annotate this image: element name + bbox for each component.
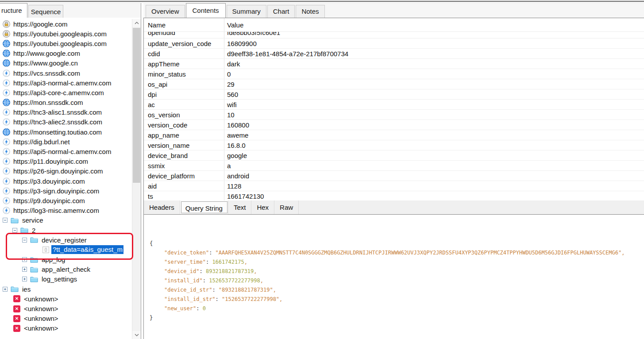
tree-item-domain[interactable]: https://api3-core-c.amemv.com [0,88,132,97]
table-row[interactable]: version_name16.8.0 [144,140,644,150]
tree-item-unknown[interactable]: <unknown> [0,294,132,304]
tab-structure[interactable]: ructure [0,3,27,18]
param-name: os_api [148,81,167,88]
tab-hex[interactable]: Hex [251,200,274,214]
tree-item-domain[interactable]: https://p9.douyinpic.com [0,196,132,205]
expand-icon[interactable] [3,287,8,292]
table-row[interactable]: os_version10 [144,110,644,120]
folder-icon [30,237,38,243]
tree-item-domain[interactable]: http://www.google.com [0,49,132,58]
param-name: ssmix [148,162,165,170]
table-row[interactable]: device_platformandroid [144,171,644,181]
table-row[interactable]: os_api29 [144,79,644,89]
globe-icon [3,128,10,136]
tab-raw[interactable]: Raw [274,200,299,214]
table-row[interactable]: aid1128 [144,181,644,191]
tree-item-domain[interactable]: https://monsetting.toutiao.com [0,127,132,137]
table-row[interactable]: ts1661742130 [144,191,644,200]
tree-item-domain[interactable]: https://log3-misc.amemv.com [0,206,132,216]
scroll-down-button[interactable] [132,331,141,339]
tree-item-domain[interactable]: https://api5-normal-c.amemv.com [0,146,132,156]
table-row[interactable]: minor_status0 [144,69,644,79]
collapse-icon[interactable] [3,218,8,223]
table-row[interactable]: version_code160800 [144,120,644,130]
tab-summary[interactable]: Summary [227,5,266,18]
tree-folder-device-register[interactable]: device_register [0,235,132,245]
bolt-icon [3,177,10,185]
tab-notes[interactable]: Notes [296,5,324,18]
tree-item-domain[interactable]: https://api3-normal-c.amemv.com [0,78,132,88]
table-row[interactable]: app_nameaweme [144,130,644,140]
tree-item-domain[interactable]: https://www.google.cn [0,58,132,68]
scroll-up-button[interactable] [132,19,141,27]
tree-folder-app-alert-check[interactable]: app_alert_check [0,265,132,274]
tree-item-domain[interactable]: https://p11.douyinpic.com [0,157,132,166]
lock-icon [3,30,10,38]
collapse-icon[interactable] [22,238,27,243]
tree-item-domain[interactable]: https://p3.douyinpic.com [0,176,132,186]
tree-item-request-selected[interactable]: ?tt_data=a&is_guest_m [0,245,132,254]
tree-item-domain[interactable]: https://tnc3-aliec2.snssdk.com [0,117,132,127]
tree-folder-label: service [22,216,43,224]
scrollbar-thumb[interactable] [133,28,140,183]
json-token: , [621,250,625,256]
tree-item-unknown[interactable]: <unknown> [0,304,132,313]
tree-item-unknown[interactable]: <unknown> [0,314,132,324]
tree-item-domain[interactable]: https://dig.bdurl.net [0,137,132,146]
tree-folder-ies[interactable]: ies [0,284,132,294]
column-header-name[interactable]: Name [148,21,166,29]
table-row[interactable]: ssmixa [144,161,644,171]
tree-item-label: <unknown> [24,295,58,303]
expand-icon[interactable] [22,267,27,272]
tree-folder-app-log[interactable]: app_log [0,255,132,265]
tab-headers[interactable]: Headers [144,200,180,214]
tree-item-domain[interactable]: https://p3-sign.douyinpic.com [0,186,132,196]
detail-tab-bar: OverviewContentsSummaryChartNotes [143,3,644,18]
tab-text[interactable]: Text [228,200,252,214]
params-table: Name Value openudid fde8bb03f5fc60e1 upd… [143,18,644,200]
bolt-icon [3,197,10,204]
tree-folder-2[interactable]: 2 [0,225,132,235]
json-key: "device_id_str" [164,287,212,293]
globe-icon [3,40,10,47]
tree-item-unknown[interactable]: <unknown> [0,324,132,333]
tab-overview[interactable]: Overview [146,5,185,18]
tree-scrollbar[interactable] [132,19,141,339]
tree-item-domain[interactable]: https://youtubei.googleapis.com [0,29,132,39]
tree-item-label: https://dig.bdurl.net [13,138,70,146]
table-row[interactable]: cdidd9eeff38-1e81-4854-a72e-217bf8700734 [144,49,644,59]
tree-folder-service[interactable]: service [0,216,132,225]
tab-chart[interactable]: Chart [267,5,295,18]
param-name: appTheme [148,60,180,68]
column-header-value[interactable]: Value [227,21,243,29]
expand-icon[interactable] [22,257,27,262]
bolt-icon [3,138,10,146]
param-name: update_version_code [148,40,211,47]
param-name: app_name [148,131,179,139]
param-name: device_brand [148,152,188,159]
tree-item-domain[interactable]: https://p26-sign.douyinpic.com [0,166,132,176]
tree-item-domain[interactable]: https://vcs.snssdk.com [0,68,132,78]
detail-panel: OverviewContentsSummaryChartNotes Name V… [143,3,644,339]
table-row-clipped[interactable]: openudid fde8bb03f5fc60e1 [144,32,644,39]
table-row[interactable]: update_version_code16809900 [144,39,644,49]
tree-item-domain[interactable]: https://mon.snssdk.com [0,98,132,108]
json-token: , [279,296,282,302]
table-row[interactable]: acwifi [144,100,644,110]
collapse-icon[interactable] [12,228,17,233]
tab-query-string[interactable]: Query String [180,200,228,214]
tab-sequence[interactable]: Sequence [28,5,63,18]
bolt-icon [3,167,10,175]
json-key: "device_id" [164,268,199,274]
tree-folder-log-settings[interactable]: log_settings [0,274,132,284]
tree-item-domain[interactable]: https://google.com [0,19,132,29]
tree-item-label: https://p9.douyinpic.com [13,197,85,204]
table-row[interactable]: appThemedark [144,59,644,69]
table-row[interactable]: dpi560 [144,89,644,100]
table-row[interactable]: device_brandgoogle [144,150,644,161]
expand-icon[interactable] [22,277,27,281]
response-json-viewer[interactable]: {"device_token": "AAARFQHE5XAN4V25ZQMNST… [143,214,644,339]
tree-item-domain[interactable]: https://youtubei.googleapis.com [0,39,132,48]
tab-contents[interactable]: Contents [186,3,226,18]
tree-item-domain[interactable]: https://tnc3-alisc1.snssdk.com [0,108,132,117]
